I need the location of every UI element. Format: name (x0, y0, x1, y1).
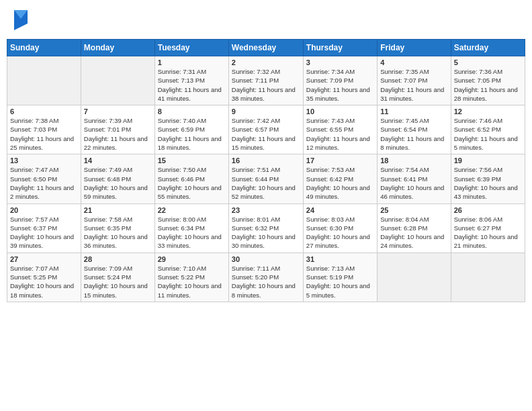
calendar-cell: 22Sunrise: 8:00 AM Sunset: 6:34 PM Dayli… (154, 203, 228, 253)
logo (7, 7, 30, 32)
day-info: Sunrise: 7:36 AM Sunset: 7:05 PM Dayligh… (454, 67, 522, 103)
day-info: Sunrise: 7:49 AM Sunset: 6:48 PM Dayligh… (84, 165, 152, 201)
day-number: 8 (158, 107, 226, 116)
day-info: Sunrise: 7:34 AM Sunset: 7:09 PM Dayligh… (306, 67, 374, 103)
day-header-sunday: Sunday (7, 40, 81, 56)
day-number: 12 (454, 107, 522, 116)
calendar-cell: 23Sunrise: 8:01 AM Sunset: 6:32 PM Dayli… (228, 203, 303, 253)
calendar-cell: 3Sunrise: 7:34 AM Sunset: 7:09 PM Daylig… (303, 56, 377, 105)
calendar-cell: 8Sunrise: 7:40 AM Sunset: 6:59 PM Daylig… (154, 105, 228, 154)
day-info: Sunrise: 7:13 AM Sunset: 5:19 PM Dayligh… (306, 264, 374, 300)
calendar-cell: 10Sunrise: 7:43 AM Sunset: 6:55 PM Dayli… (303, 105, 377, 154)
day-info: Sunrise: 7:35 AM Sunset: 7:07 PM Dayligh… (380, 67, 447, 103)
day-number: 6 (10, 107, 78, 116)
calendar-cell: 5Sunrise: 7:36 AM Sunset: 7:05 PM Daylig… (451, 56, 525, 105)
calendar-cell: 30Sunrise: 7:11 AM Sunset: 5:20 PM Dayli… (228, 253, 303, 302)
day-header-friday: Friday (378, 40, 451, 56)
day-number: 17 (306, 156, 374, 165)
day-info: Sunrise: 7:09 AM Sunset: 5:24 PM Dayligh… (84, 264, 152, 300)
day-number: 18 (380, 156, 447, 165)
day-number: 10 (306, 107, 374, 116)
day-info: Sunrise: 7:54 AM Sunset: 6:41 PM Dayligh… (380, 165, 447, 201)
calendar-cell: 14Sunrise: 7:49 AM Sunset: 6:48 PM Dayli… (81, 154, 154, 203)
calendar-cell: 9Sunrise: 7:42 AM Sunset: 6:57 PM Daylig… (228, 105, 303, 154)
day-info: Sunrise: 7:50 AM Sunset: 6:46 PM Dayligh… (158, 165, 226, 201)
day-number: 21 (84, 206, 152, 214)
day-info: Sunrise: 8:03 AM Sunset: 6:30 PM Dayligh… (306, 215, 374, 250)
calendar-cell: 15Sunrise: 7:50 AM Sunset: 6:46 PM Dayli… (154, 154, 228, 203)
calendar-cell: 18Sunrise: 7:54 AM Sunset: 6:41 PM Dayli… (378, 154, 451, 203)
calendar-header-row: SundayMondayTuesdayWednesdayThursdayFrid… (7, 40, 525, 56)
calendar-cell: 2Sunrise: 7:32 AM Sunset: 7:11 PM Daylig… (228, 56, 303, 105)
day-number: 26 (454, 206, 522, 214)
day-number: 15 (158, 156, 226, 165)
calendar-cell: 21Sunrise: 7:58 AM Sunset: 6:35 PM Dayli… (81, 203, 154, 253)
calendar-cell: 20Sunrise: 7:57 AM Sunset: 6:37 PM Dayli… (7, 203, 81, 253)
day-number: 5 (454, 58, 522, 66)
calendar-cell: 16Sunrise: 7:51 AM Sunset: 6:44 PM Dayli… (228, 154, 303, 203)
calendar-week-4: 20Sunrise: 7:57 AM Sunset: 6:37 PM Dayli… (7, 203, 525, 253)
day-number: 16 (232, 156, 300, 165)
day-info: Sunrise: 7:58 AM Sunset: 6:35 PM Dayligh… (84, 215, 152, 250)
day-number: 2 (232, 58, 300, 66)
day-number: 31 (306, 255, 374, 263)
calendar-cell (451, 253, 525, 302)
day-number: 20 (10, 206, 78, 214)
day-info: Sunrise: 7:07 AM Sunset: 5:25 PM Dayligh… (10, 264, 78, 300)
calendar-cell (81, 56, 154, 105)
day-header-wednesday: Wednesday (228, 40, 303, 56)
day-number: 3 (306, 58, 374, 66)
day-number: 28 (84, 255, 152, 263)
calendar-table: SundayMondayTuesdayWednesdayThursdayFrid… (7, 39, 525, 302)
calendar-container: SundayMondayTuesdayWednesdayThursdayFrid… (0, 0, 532, 411)
calendar-cell: 26Sunrise: 8:06 AM Sunset: 6:27 PM Dayli… (451, 203, 525, 253)
day-number: 29 (158, 255, 226, 263)
day-number: 1 (158, 58, 226, 66)
calendar-cell: 1Sunrise: 7:31 AM Sunset: 7:13 PM Daylig… (154, 56, 228, 105)
calendar-cell: 27Sunrise: 7:07 AM Sunset: 5:25 PM Dayli… (7, 253, 81, 302)
day-info: Sunrise: 7:45 AM Sunset: 6:54 PM Dayligh… (380, 116, 447, 152)
day-info: Sunrise: 7:31 AM Sunset: 7:13 PM Dayligh… (158, 67, 226, 103)
calendar-cell: 24Sunrise: 8:03 AM Sunset: 6:30 PM Dayli… (303, 203, 377, 253)
calendar-cell: 17Sunrise: 7:53 AM Sunset: 6:42 PM Dayli… (303, 154, 377, 203)
day-info: Sunrise: 7:38 AM Sunset: 7:03 PM Dayligh… (10, 116, 78, 152)
calendar-week-5: 27Sunrise: 7:07 AM Sunset: 5:25 PM Dayli… (7, 253, 525, 302)
day-info: Sunrise: 8:06 AM Sunset: 6:27 PM Dayligh… (454, 215, 522, 250)
day-info: Sunrise: 7:39 AM Sunset: 7:01 PM Dayligh… (84, 116, 152, 152)
day-info: Sunrise: 7:47 AM Sunset: 6:50 PM Dayligh… (10, 165, 78, 201)
day-number: 7 (84, 107, 152, 116)
day-info: Sunrise: 7:42 AM Sunset: 6:57 PM Dayligh… (232, 116, 300, 152)
calendar-cell (7, 56, 81, 105)
calendar-cell: 12Sunrise: 7:46 AM Sunset: 6:52 PM Dayli… (451, 105, 525, 154)
day-info: Sunrise: 7:56 AM Sunset: 6:39 PM Dayligh… (454, 165, 522, 201)
day-number: 9 (232, 107, 300, 116)
calendar-cell: 31Sunrise: 7:13 AM Sunset: 5:19 PM Dayli… (303, 253, 377, 302)
day-info: Sunrise: 8:04 AM Sunset: 6:28 PM Dayligh… (380, 215, 447, 250)
day-number: 22 (158, 206, 226, 214)
day-info: Sunrise: 7:11 AM Sunset: 5:20 PM Dayligh… (232, 264, 300, 300)
day-header-saturday: Saturday (451, 40, 525, 56)
day-info: Sunrise: 7:43 AM Sunset: 6:55 PM Dayligh… (306, 116, 374, 152)
calendar-cell: 25Sunrise: 8:04 AM Sunset: 6:28 PM Dayli… (378, 203, 451, 253)
calendar-week-3: 13Sunrise: 7:47 AM Sunset: 6:50 PM Dayli… (7, 154, 525, 203)
day-header-monday: Monday (81, 40, 154, 56)
day-number: 13 (10, 156, 78, 165)
day-info: Sunrise: 7:40 AM Sunset: 6:59 PM Dayligh… (158, 116, 226, 152)
calendar-cell: 4Sunrise: 7:35 AM Sunset: 7:07 PM Daylig… (378, 56, 451, 105)
header (7, 7, 525, 32)
day-number: 4 (380, 58, 447, 66)
calendar-cell: 19Sunrise: 7:56 AM Sunset: 6:39 PM Dayli… (451, 154, 525, 203)
day-info: Sunrise: 8:01 AM Sunset: 6:32 PM Dayligh… (232, 215, 300, 250)
day-number: 19 (454, 156, 522, 165)
calendar-cell: 29Sunrise: 7:10 AM Sunset: 5:22 PM Dayli… (154, 253, 228, 302)
day-info: Sunrise: 7:32 AM Sunset: 7:11 PM Dayligh… (232, 67, 300, 103)
day-number: 23 (232, 206, 300, 214)
logo-icon (9, 7, 30, 32)
day-number: 11 (380, 107, 447, 116)
calendar-week-1: 1Sunrise: 7:31 AM Sunset: 7:13 PM Daylig… (7, 56, 525, 105)
calendar-cell: 28Sunrise: 7:09 AM Sunset: 5:24 PM Dayli… (81, 253, 154, 302)
day-number: 30 (232, 255, 300, 263)
day-info: Sunrise: 7:57 AM Sunset: 6:37 PM Dayligh… (10, 215, 78, 250)
calendar-cell: 7Sunrise: 7:39 AM Sunset: 7:01 PM Daylig… (81, 105, 154, 154)
calendar-cell: 6Sunrise: 7:38 AM Sunset: 7:03 PM Daylig… (7, 105, 81, 154)
